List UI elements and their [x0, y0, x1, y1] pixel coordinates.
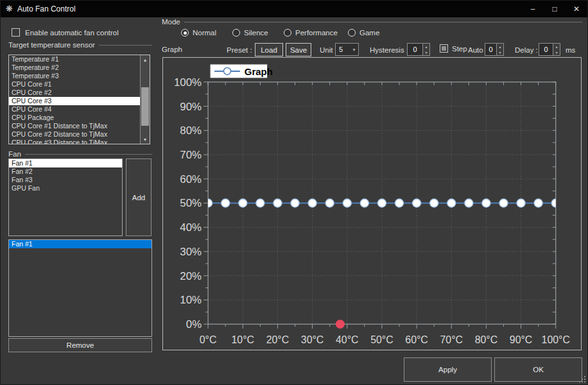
mode-group-header: Mode [162, 18, 582, 26]
mode-radio-label: Silence [244, 29, 268, 37]
svg-text:60°C: 60°C [405, 334, 428, 345]
svg-text:90%: 90% [180, 101, 202, 113]
maximize-button[interactable]: □ [544, 1, 566, 17]
ok-button[interactable]: OK [494, 357, 582, 382]
fan-curve-panel: 0%10%20%30%40%50%60%70%80%90%100%0°C10°C… [162, 57, 582, 350]
mode-radio-label: Game [359, 29, 379, 37]
spinner-up-icon[interactable]: ▴ [423, 44, 429, 49]
unit-dropdown[interactable]: 5 ▾ [335, 43, 359, 56]
radio-icon [284, 29, 291, 37]
svg-text:Graph: Graph [245, 66, 273, 77]
sensor-list-item[interactable]: CPU Core #2 Distance to TjMax [9, 130, 140, 139]
add-fan-button[interactable]: Add [126, 158, 151, 236]
preset-load-button[interactable]: Load [255, 43, 283, 56]
sensor-list-item-selected[interactable]: CPU Core #3 [9, 97, 140, 105]
delay-unit-label: ms [566, 46, 575, 54]
sensor-list-item[interactable]: Temperature #3 [9, 72, 140, 80]
stepper-arrows[interactable]: ▴ ▾ [422, 44, 429, 55]
mode-radio-game[interactable]: Game [348, 29, 379, 37]
sensor-list-item[interactable]: CPU Core #4 [9, 105, 140, 114]
unit-value: 5 [336, 46, 350, 53]
svg-text:20%: 20% [180, 270, 202, 282]
svg-text:0%: 0% [186, 318, 202, 330]
hysteresis-value: 0 [408, 44, 422, 55]
spinner-down-icon[interactable]: ▾ [497, 49, 503, 55]
hysteresis-label: Hysteresis : [370, 46, 408, 54]
step-checkbox-row: Step [440, 44, 467, 53]
radio-icon [181, 29, 189, 37]
mode-radio-performance[interactable]: Performance [284, 29, 338, 37]
step-checkbox[interactable] [440, 44, 448, 53]
svg-text:20°C: 20°C [266, 334, 290, 345]
mode-radio-silence[interactable]: Silence [232, 29, 268, 37]
fan-list-item[interactable]: Fan #2 [9, 167, 122, 176]
sensor-list-item[interactable]: CPU Core #1 Distance to TjMax [9, 122, 140, 130]
svg-text:80°C: 80°C [475, 334, 498, 345]
sensor-list-item[interactable]: Temperature #1 [9, 55, 140, 64]
svg-text:100°C: 100°C [542, 334, 570, 345]
resize-grip[interactable] [579, 376, 585, 382]
remove-fan-button[interactable]: Remove [8, 338, 152, 352]
sensor-list-item[interactable]: CPU Core #2 [9, 89, 140, 97]
enable-fan-control-checkbox[interactable] [12, 28, 20, 37]
mode-radio-normal[interactable]: Normal [181, 29, 216, 37]
auto-value: 0 [485, 44, 496, 55]
preset-label: Preset : [227, 46, 252, 54]
fan-list-item-selected[interactable]: Fan #1 [9, 159, 122, 167]
delay-label: Delay : [515, 46, 538, 54]
sensor-list-item[interactable]: CPU Core #1 [9, 80, 140, 89]
svg-text:80%: 80% [180, 124, 202, 137]
selected-fan-item[interactable]: Fan #1 [9, 240, 151, 248]
svg-text:50%: 50% [180, 197, 202, 209]
graph-group-label: Graph [162, 46, 182, 53]
svg-text:70°C: 70°C [440, 334, 463, 345]
svg-text:40%: 40% [180, 221, 202, 234]
stepper-arrows[interactable]: ▴ ▾ [496, 44, 503, 55]
fan-list-item[interactable]: Fan #3 [9, 176, 122, 184]
sensor-list-item[interactable]: CPU Core #3 Distance to TjMax [9, 139, 140, 144]
svg-text:40°C: 40°C [336, 334, 359, 345]
group-divider [184, 22, 582, 22]
svg-text:100%: 100% [174, 76, 202, 89]
scroll-down-icon[interactable]: ▾ [141, 135, 150, 144]
scroll-up-icon[interactable]: ▴ [141, 55, 150, 64]
fan-list-item[interactable]: GPU Fan [9, 184, 122, 193]
fan-icon: ❋ [6, 1, 13, 17]
svg-text:70%: 70% [180, 149, 202, 161]
fan-curve-chart[interactable]: 0%10%20%30%40%50%60%70%80%90%100%0°C10°C… [163, 58, 581, 350]
sensor-listbox: Temperature #1 Temperature #2 Temperatur… [8, 55, 150, 144]
enable-fan-control-row: Enable automatic fan control [12, 28, 119, 37]
svg-text:90°C: 90°C [510, 334, 533, 345]
preset-save-button[interactable]: Save [286, 43, 311, 56]
scrollbar-thumb[interactable] [141, 87, 149, 126]
delay-stepper[interactable]: 0 ▴ ▾ [539, 43, 560, 56]
svg-text:30°C: 30°C [301, 334, 324, 345]
spinner-up-icon[interactable]: ▴ [497, 44, 503, 49]
selected-fans-listbox: Fan #1 [8, 239, 152, 337]
mode-radio-label: Performance [295, 29, 338, 37]
apply-button[interactable]: Apply [404, 357, 492, 382]
spinner-down-icon[interactable]: ▾ [553, 49, 560, 55]
svg-text:30%: 30% [180, 246, 202, 258]
sensor-list-item[interactable]: Temperature #2 [9, 64, 140, 72]
close-button[interactable]: ✕ [566, 1, 587, 17]
checkbox-fill-icon [442, 46, 446, 51]
mode-group-label: Mode [162, 18, 180, 26]
title-bar: ❋ Auto Fan Control – □ ✕ [1, 1, 587, 17]
chevron-down-icon: ▾ [350, 47, 358, 53]
minimize-button[interactable]: – [522, 1, 544, 17]
svg-text:10%: 10% [180, 294, 202, 306]
stepper-arrows[interactable]: ▴ ▾ [553, 44, 560, 55]
sensor-list-scrollbar[interactable]: ▴ ▾ [140, 55, 150, 144]
delay-value: 0 [539, 44, 553, 55]
step-label: Step [452, 45, 467, 53]
spinner-down-icon[interactable]: ▾ [423, 49, 429, 55]
auto-stepper[interactable]: 0 ▴ ▾ [485, 43, 504, 56]
radio-icon [232, 29, 240, 37]
sensor-group-label: Target temperature sensor [8, 41, 95, 49]
auto-fan-control-window: ❋ Auto Fan Control – □ ✕ Enable automati… [0, 0, 588, 385]
group-divider [25, 154, 152, 155]
sensor-list-item[interactable]: CPU Package [9, 114, 140, 122]
hysteresis-stepper[interactable]: 0 ▴ ▾ [407, 43, 430, 56]
spinner-up-icon[interactable]: ▴ [553, 44, 560, 49]
